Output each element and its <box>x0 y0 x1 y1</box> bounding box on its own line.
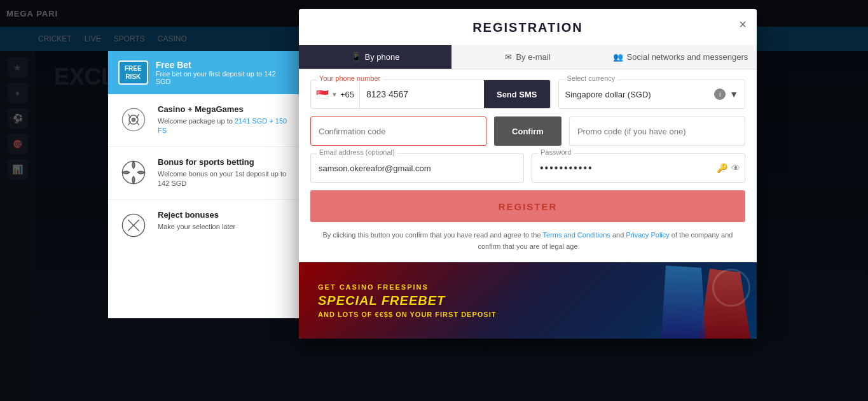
social-tab-label: Social networks and messengers <box>627 52 748 62</box>
banner-figures <box>598 262 757 339</box>
email-tab-icon: ✉ <box>505 52 512 62</box>
casino-icon <box>118 104 149 135</box>
phone-tab-icon: 📱 <box>351 52 361 62</box>
email-field-group: Email address (optional) <box>310 153 524 183</box>
terms-text: By clicking this button you confirm that… <box>310 230 745 252</box>
bonus-header-text: Free Bet Free bet on your first deposit … <box>156 60 289 85</box>
tab-social[interactable]: 👥 Social networks and messengers <box>604 45 757 69</box>
currency-value: Singapore dollar (SGD) <box>565 90 711 99</box>
confirm-button[interactable]: Confirm <box>494 116 561 146</box>
phone-number-input[interactable] <box>360 80 484 108</box>
social-tab-icon: 👥 <box>613 52 623 62</box>
privacy-policy-link[interactable]: Privacy Policy <box>626 231 669 239</box>
password-key-icon[interactable]: 🔑 <box>717 163 727 173</box>
bonus-header: FREE RISK Free Bet Free bet on your firs… <box>108 51 299 94</box>
flag-chevron-icon: ▼ <box>331 91 338 98</box>
email-password-row: Email address (optional) Password 🔑 👁 <box>310 153 745 183</box>
reject-icon <box>118 210 149 241</box>
currency-select[interactable]: Singapore dollar (SGD) i ▼ <box>558 80 745 109</box>
send-sms-button[interactable]: Send SMS <box>484 80 550 108</box>
registration-modal: REGISTRATION × 📱 By phone ✉ By e-mail 👥 … <box>299 9 757 339</box>
phone-tab-label: By phone <box>365 52 400 62</box>
modal-banner: GET CASINO FREESPINS SPECIAL FREEBET AND… <box>299 262 757 339</box>
email-input[interactable] <box>310 153 524 183</box>
phone-currency-row: Your phone number 🇸🇬 ▼ +65 Send SMS Sele… <box>310 80 745 109</box>
bonus-item-sports[interactable]: Bonus for sports betting Welcome bonus o… <box>108 147 299 200</box>
banner-figure-2 <box>661 265 706 339</box>
tab-bar: 📱 By phone ✉ By e-mail 👥 Social networks… <box>299 45 757 69</box>
phone-label: Your phone number <box>317 74 383 82</box>
password-input[interactable] <box>532 153 745 183</box>
bonus-panel: FREE RISK Free Bet Free bet on your firs… <box>108 51 299 318</box>
email-label: Email address (optional) <box>317 148 397 156</box>
password-field-group: Password 🔑 👁 <box>532 153 745 183</box>
password-eye-icon[interactable]: 👁 <box>731 163 740 173</box>
register-button[interactable]: REGISTER <box>310 190 745 222</box>
svg-point-2 <box>132 118 135 121</box>
bonus-reject-text: Reject bonuses Make your selection later <box>158 210 235 232</box>
sports-icon <box>118 157 149 188</box>
country-selector[interactable]: 🇸🇬 ▼ +65 <box>311 80 360 108</box>
phone-code: +65 <box>340 90 354 99</box>
confirmation-code-group <box>310 116 486 146</box>
password-icons: 🔑 👁 <box>717 163 740 173</box>
tab-by-email[interactable]: ✉ By e-mail <box>451 45 604 69</box>
confirm-promo-row: Confirm <box>310 116 745 146</box>
email-tab-label: By e-mail <box>516 52 550 62</box>
bonus-item-casino[interactable]: Casino + MegaGames Welcome package up to… <box>108 94 299 147</box>
terms-conditions-link[interactable]: Terms and Conditions <box>542 231 610 239</box>
modal-title: REGISTRATION <box>312 20 744 45</box>
phone-field-group: Your phone number 🇸🇬 ▼ +65 Send SMS <box>310 80 551 109</box>
promo-code-group <box>569 116 745 146</box>
currency-label: Select currency <box>565 74 618 82</box>
currency-field-group: Select currency Singapore dollar (SGD) i… <box>558 80 745 109</box>
bonus-item-reject[interactable]: Reject bonuses Make your selection later <box>108 200 299 251</box>
promo-code-input[interactable] <box>569 116 745 146</box>
terms-prefix: By clicking this button you confirm that… <box>323 231 541 239</box>
terms-and: and <box>612 231 624 239</box>
info-icon[interactable]: i <box>714 88 726 100</box>
bonus-casino-text: Casino + MegaGames Welcome package up to… <box>158 104 289 136</box>
modal-header: REGISTRATION × <box>299 9 757 45</box>
modal-close-button[interactable]: × <box>739 18 747 31</box>
confirmation-code-input[interactable] <box>310 116 486 146</box>
tab-by-phone[interactable]: 📱 By phone <box>299 45 451 69</box>
modal-body: Your phone number 🇸🇬 ▼ +65 Send SMS Sele… <box>299 80 757 262</box>
currency-chevron-icon[interactable]: ▼ <box>729 89 738 99</box>
bonus-sports-text: Bonus for sports betting Welcome bonus o… <box>158 157 289 189</box>
phone-input-wrapper: 🇸🇬 ▼ +65 Send SMS <box>310 80 551 109</box>
free-bet-badge: FREE RISK <box>118 60 148 85</box>
password-label: Password <box>538 148 574 156</box>
flag-icon: 🇸🇬 <box>316 88 329 101</box>
banner-circle <box>712 269 750 307</box>
